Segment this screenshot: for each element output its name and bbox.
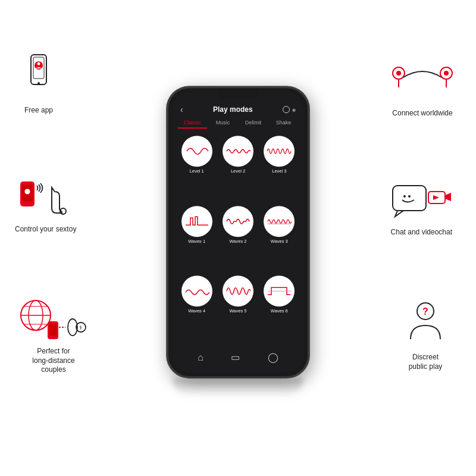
modes-grid: Level 1 Level 2 Level 3	[172, 131, 304, 347]
wifi-icon	[283, 106, 290, 113]
screen-title: Play modes	[213, 105, 253, 114]
mode-label-waves4: Waves 4	[188, 309, 205, 314]
phone-screen: ‹ Play modes ⎈ Classic Music Delimit Sha…	[172, 92, 304, 372]
mode-level2[interactable]: Level 2	[219, 136, 256, 202]
long-distance-icon: ⚕	[18, 295, 89, 342]
free-app-icon	[24, 54, 54, 101]
bottom-nav: ⌂ ▭ ◯	[172, 347, 304, 372]
mode-waves6[interactable]: Waves 6	[261, 276, 298, 343]
mode-level3[interactable]: Level 3	[261, 136, 298, 202]
mode-label-level1: Level 1	[190, 168, 204, 174]
feature-chat-videochat: Chat and videochat	[391, 184, 452, 237]
mode-waves2[interactable]: Waves 2	[219, 206, 256, 273]
mode-label-waves5: Waves 5	[230, 309, 247, 314]
mode-waves1[interactable]: Waves 1	[178, 206, 215, 273]
mode-circle-level2	[223, 136, 253, 167]
connect-worldwide-icon	[387, 62, 458, 104]
svg-rect-26	[393, 186, 426, 211]
feature-discreet-play: ? Discreet public play	[405, 300, 446, 371]
mode-circle-level1	[181, 136, 212, 167]
phone-body: ‹ Play modes ⎈ Classic Music Delimit Sha…	[167, 86, 309, 378]
mode-circle-waves2	[223, 206, 253, 237]
mode-label-waves2: Waves 2	[230, 239, 247, 244]
mode-label-waves1: Waves 1	[188, 239, 205, 244]
tab-bar: Classic Music Delimit Shake	[172, 117, 304, 131]
control-sextoy-icon	[19, 178, 73, 220]
svg-point-2	[37, 82, 40, 84]
svg-text:⚕: ⚕	[79, 324, 82, 331]
back-button[interactable]: ‹	[180, 105, 183, 114]
feature-long-distance: ⚕ Perfect for long-distance couples	[18, 295, 89, 375]
mode-waves3[interactable]: Waves 3	[261, 206, 298, 273]
phone-notch	[217, 88, 259, 99]
bluetooth-icon: ⎈	[292, 107, 296, 113]
free-app-label: Free app	[24, 106, 53, 115]
discreet-play-icon: ?	[405, 300, 446, 348]
svg-point-4	[37, 62, 40, 65]
mode-circle-waves3	[264, 206, 295, 237]
mode-label-level3: Level 3	[272, 168, 286, 174]
mode-circle-waves6	[264, 276, 295, 307]
svg-point-21	[396, 71, 401, 76]
mode-level1[interactable]: Level 1	[178, 136, 215, 202]
mode-circle-level3	[264, 136, 295, 167]
svg-point-24	[444, 71, 449, 76]
mode-circle-waves1	[181, 206, 212, 237]
long-distance-label: Perfect for long-distance couples	[32, 347, 74, 375]
tab-music[interactable]: Music	[208, 118, 237, 129]
feature-control-sextoy: Control your sextoy	[15, 178, 76, 234]
discreet-play-label: Discreet public play	[409, 353, 443, 371]
feature-free-app: Free app	[24, 54, 54, 115]
phone-reflection	[173, 378, 303, 396]
svg-marker-31	[433, 195, 439, 200]
mode-waves5[interactable]: Waves 5	[219, 276, 256, 343]
phone-mockup: ‹ Play modes ⎈ Classic Music Delimit Sha…	[167, 86, 309, 378]
status-icons: ⎈	[283, 106, 296, 113]
mode-circle-waves4	[181, 276, 212, 307]
svg-point-27	[403, 195, 406, 198]
profile-icon[interactable]: ◯	[268, 352, 278, 363]
chat-videochat-icon	[392, 184, 451, 223]
mode-label-level2: Level 2	[231, 168, 245, 174]
tab-delimit[interactable]: Delimit	[239, 118, 268, 129]
control-label: Control your sextoy	[15, 225, 76, 234]
tab-classic[interactable]: Classic	[178, 118, 207, 129]
connect-worldwide-label: Connect worldwide	[392, 109, 452, 118]
svg-text:?: ?	[422, 306, 428, 317]
message-icon[interactable]: ▭	[231, 352, 240, 363]
chat-videochat-label: Chat and videochat	[391, 228, 452, 237]
svg-marker-30	[445, 193, 451, 201]
mode-label-waves3: Waves 3	[271, 239, 288, 244]
svg-point-7	[24, 189, 30, 195]
mode-circle-waves5	[223, 276, 253, 307]
mode-label-waves6: Waves 6	[271, 309, 288, 314]
tab-shake[interactable]: Shake	[269, 118, 298, 129]
svg-point-28	[408, 195, 411, 198]
mode-waves4[interactable]: Waves 4	[178, 276, 215, 343]
home-icon[interactable]: ⌂	[198, 352, 203, 363]
feature-connect-worldwide: Connect worldwide	[387, 62, 458, 118]
svg-rect-15	[49, 324, 57, 336]
